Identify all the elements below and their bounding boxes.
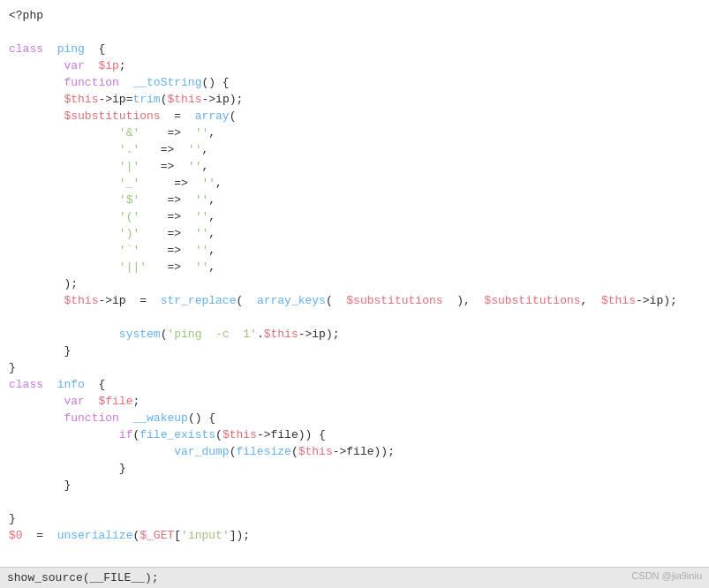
var-this-file: $this — [223, 428, 257, 441]
code-line-2 — [9, 24, 700, 41]
var-this2: $this — [167, 93, 201, 106]
code-line-28: } — [9, 460, 700, 477]
kw-var2: var — [64, 395, 84, 408]
str-empty8: '' — [195, 244, 209, 257]
str-empty9: '' — [195, 260, 209, 274]
code-line-5: function __toString() { — [9, 74, 700, 91]
code-line-20: system('ping -c 1'.$this->ip); — [9, 326, 700, 343]
code-line-27: var_dump(filesize($this->file)); — [9, 443, 700, 460]
kw-class2: class — [9, 378, 43, 391]
code-line-26: if(file_exists($this->file)) { — [9, 426, 700, 443]
fn-system: system — [119, 328, 161, 341]
str-empty4: '' — [201, 177, 215, 190]
fn-array-keys: array_keys — [257, 294, 326, 307]
str-dot: '.' — [119, 143, 140, 156]
show-source-text: show_source(__FILE__); — [7, 571, 159, 584]
var-this-ip2: $this — [601, 294, 636, 307]
var-subs2: $substitutions — [346, 294, 442, 307]
code-line-9: '.' => '', — [9, 141, 700, 158]
var-zero: $0 — [9, 529, 23, 542]
str-input: 'input' — [181, 529, 230, 542]
var-ip: $ip — [98, 59, 118, 72]
code-line-11: '_' => '', — [9, 175, 700, 192]
fn-wakeup: __wakeup — [132, 411, 187, 425]
str-backtick: '`' — [119, 244, 140, 257]
code-line-17: ); — [9, 275, 700, 292]
code-line-33 — [9, 544, 700, 561]
kw-function: function — [64, 76, 118, 89]
kw-class: class — [9, 42, 43, 56]
code-line-30 — [9, 494, 700, 510]
code-line-4: var $ip; — [9, 57, 700, 74]
var-file: $file — [98, 395, 132, 408]
str-amp: '&' — [119, 126, 140, 139]
code-line-24: var $file; — [9, 393, 700, 410]
str-oparen: '(' — [119, 210, 140, 223]
code-line-3: class ping { — [9, 41, 700, 57]
var-this-file2: $this — [298, 445, 333, 458]
var-substitutions: $substitutions — [64, 109, 160, 123]
code-line-19 — [9, 309, 700, 326]
code-line-16: '||' => '', — [9, 259, 700, 275]
var-this-ip: $this — [64, 294, 98, 307]
fn-tostring: __toString — [132, 76, 201, 89]
var-this: $this — [64, 93, 98, 106]
fn-array: array — [195, 109, 230, 123]
fn-file-exists: file_exists — [140, 428, 215, 441]
code-line-8: '&' => '', — [9, 124, 700, 141]
str-empty1: '' — [195, 126, 209, 139]
code-line-6: $this->ip=trim($this->ip); — [9, 91, 700, 108]
str-cparen: ')' — [119, 227, 140, 240]
var-subs3: $substitutions — [484, 294, 580, 307]
code-line-1: <?php — [9, 7, 700, 24]
class-ping: ping — [57, 42, 85, 56]
str-doublepipe: '||' — [119, 260, 147, 274]
code-line-14: ')' => '', — [9, 225, 700, 242]
code-line-21: } — [9, 343, 700, 359]
watermark: CSDN @jia9iniu — [631, 570, 702, 581]
str-empty2: '' — [188, 143, 202, 156]
str-empty5: '' — [195, 193, 209, 207]
code-line-29: } — [9, 477, 700, 494]
fn-unserialize: unserialize — [57, 529, 133, 542]
code-line-7: $substitutions = array( — [9, 108, 700, 124]
str-dollar: '$' — [119, 193, 140, 207]
code-line-18: $this->ip = str_replace( array_keys( $su… — [9, 292, 700, 309]
fn-str-replace: str_replace — [161, 294, 237, 307]
code-line-12: '$' => '', — [9, 192, 700, 208]
code-container: <?php class ping { var $ip; function __t… — [0, 0, 709, 588]
kw-function2: function — [64, 411, 118, 425]
var-this-ip3: $this — [264, 328, 298, 341]
code-line-25: function __wakeup() { — [9, 410, 700, 426]
str-empty7: '' — [195, 227, 209, 240]
str-empty3: '' — [188, 160, 202, 173]
code-line-32: $0 = unserialize($_GET['input']); — [9, 527, 700, 544]
kw-var: var — [64, 59, 84, 72]
code-line-22: } — [9, 359, 700, 376]
code-line-23: class info { — [9, 376, 700, 393]
str-ping: 'ping -c 1' — [167, 328, 256, 341]
code-line-10: '|' => '', — [9, 158, 700, 175]
show-source-bar: show_source(__FILE__); — [0, 567, 709, 588]
str-underscore: '_' — [119, 177, 140, 190]
var-get: $_GET — [140, 529, 174, 542]
code-line-13: '(' => '', — [9, 208, 700, 225]
fn-filesize: filesize — [236, 445, 290, 458]
code-line-31: } — [9, 510, 700, 527]
php-open-tag: <?php — [9, 9, 43, 22]
str-empty6: '' — [195, 210, 209, 223]
class-info: info — [57, 378, 85, 391]
fn-var-dump: var_dump — [174, 445, 229, 458]
kw-if: if — [119, 428, 133, 441]
fn-trim: trim — [132, 93, 160, 106]
str-pipe: '|' — [119, 160, 140, 173]
code-line-15: '`' => '', — [9, 242, 700, 259]
